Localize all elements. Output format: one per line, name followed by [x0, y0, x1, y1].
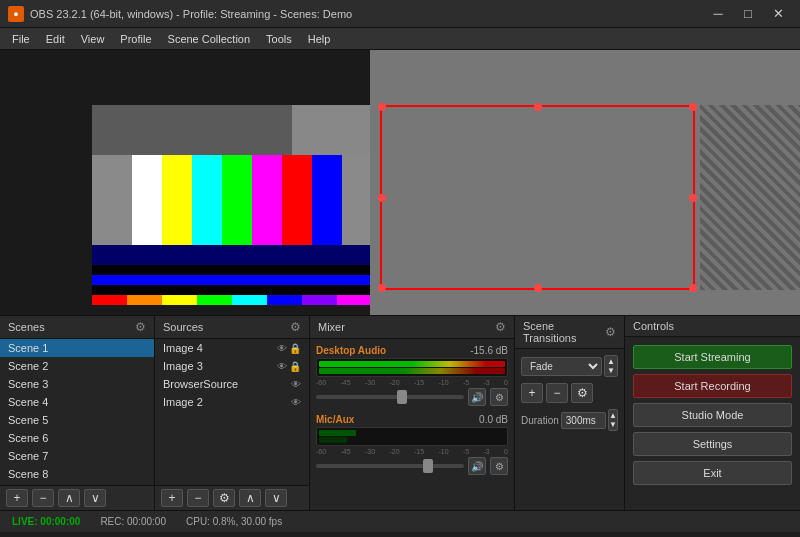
sources-settings-button[interactable]: ⚙: [213, 489, 235, 507]
sources-down-button[interactable]: ∨: [265, 489, 287, 507]
source-item[interactable]: Image 4 👁 🔒: [155, 339, 309, 357]
controls-header: Controls: [625, 316, 800, 337]
duration-spin-button[interactable]: ▲▼: [608, 409, 618, 431]
sources-config-icon[interactable]: ⚙: [290, 320, 301, 334]
mic-aux-label: Mic/Aux: [316, 414, 354, 425]
transitions-config-icon[interactable]: ⚙: [605, 325, 616, 339]
scene-item[interactable]: Scene 8: [0, 465, 154, 483]
sources-panel: Sources ⚙ Image 4 👁 🔒 Image 3 👁 🔒 Browse…: [155, 316, 310, 510]
transition-select-row: Fade ▲▼: [521, 355, 618, 377]
scenes-config-icon[interactable]: ⚙: [135, 320, 146, 334]
desktop-audio-db: -15.6 dB: [470, 345, 508, 356]
studio-mode-button[interactable]: Studio Mode: [633, 403, 792, 427]
scenes-down-button[interactable]: ∨: [84, 489, 106, 507]
source-item[interactable]: Image 3 👁 🔒: [155, 357, 309, 375]
handle-mr[interactable]: [689, 194, 697, 202]
svg-rect-19: [302, 295, 337, 305]
meter-scale: -60-45-30-20-15-10-5-30: [316, 379, 508, 386]
handle-tr[interactable]: [689, 103, 697, 111]
mixer-track-name-row: Desktop Audio -15.6 dB: [316, 345, 508, 356]
scenes-up-button[interactable]: ∧: [58, 489, 80, 507]
transition-select[interactable]: Fade: [521, 357, 602, 376]
duration-input[interactable]: [561, 412, 606, 429]
cpu-status: CPU: 0.8%, 30.00 fps: [186, 516, 282, 527]
settings-button[interactable]: Settings: [633, 432, 792, 456]
menu-profile[interactable]: Profile: [112, 31, 159, 47]
scene-item[interactable]: Scene 3: [0, 375, 154, 393]
transition-spin-button[interactable]: ▲▼: [604, 355, 618, 377]
menu-view[interactable]: View: [73, 31, 113, 47]
start-streaming-button[interactable]: Start Streaming: [633, 345, 792, 369]
scenes-list: Scene 1 Scene 2 Scene 3 Scene 4 Scene 5 …: [0, 339, 154, 485]
mic-settings-button[interactable]: ⚙: [490, 457, 508, 475]
menu-scene-collection[interactable]: Scene Collection: [160, 31, 259, 47]
handle-tl[interactable]: [378, 103, 386, 111]
mixer-title: Mixer: [318, 321, 345, 333]
svg-rect-20: [337, 295, 370, 305]
exit-button[interactable]: Exit: [633, 461, 792, 485]
source-icons: 👁 🔒: [277, 343, 301, 354]
lock-icon[interactable]: 🔒: [289, 361, 301, 372]
mixer-panel: Mixer ⚙ Desktop Audio -15.6 dB -60-45-30…: [310, 316, 515, 510]
handle-bm[interactable]: [534, 284, 542, 292]
live-status: LIVE: 00:00:00: [12, 516, 80, 527]
desktop-fader[interactable]: [316, 395, 464, 399]
sources-add-button[interactable]: +: [161, 489, 183, 507]
close-button[interactable]: ✕: [764, 4, 792, 24]
source-item[interactable]: Image 2 👁: [155, 393, 309, 411]
source-icons: 👁 🔒: [277, 361, 301, 372]
handle-tm[interactable]: [534, 103, 542, 111]
menu-file[interactable]: File: [4, 31, 38, 47]
svg-rect-3: [192, 155, 222, 245]
duration-label: Duration: [521, 415, 559, 426]
mic-mute-button[interactable]: 🔊: [468, 457, 486, 475]
sources-up-button[interactable]: ∧: [239, 489, 261, 507]
scene-item[interactable]: Scene 2: [0, 357, 154, 375]
selection-box[interactable]: [380, 105, 695, 290]
visibility-icon[interactable]: 👁: [277, 361, 287, 372]
svg-rect-5: [252, 155, 282, 245]
sources-remove-button[interactable]: −: [187, 489, 209, 507]
transition-remove-button[interactable]: −: [546, 383, 568, 403]
transition-add-button[interactable]: +: [521, 383, 543, 403]
mixer-content: Desktop Audio -15.6 dB -60-45-30-20-15-1…: [310, 339, 514, 510]
scenes-remove-button[interactable]: −: [32, 489, 54, 507]
scene-item[interactable]: Scene 6: [0, 429, 154, 447]
minimize-button[interactable]: ─: [704, 4, 732, 24]
scene-item[interactable]: Scene 5: [0, 411, 154, 429]
scene-item[interactable]: Scene 1: [0, 339, 154, 357]
desktop-mute-button[interactable]: 🔊: [468, 388, 486, 406]
menu-edit[interactable]: Edit: [38, 31, 73, 47]
visibility-icon[interactable]: 👁: [291, 379, 301, 390]
handle-br[interactable]: [689, 284, 697, 292]
transitions-panel: Scene Transitions ⚙ Fade ▲▼ + − ⚙ Durati…: [515, 316, 625, 510]
mixer-config-icon[interactable]: ⚙: [495, 320, 506, 334]
scene-item[interactable]: Scene 7: [0, 447, 154, 465]
source-item[interactable]: BrowserSource 👁: [155, 375, 309, 393]
sources-list: Image 4 👁 🔒 Image 3 👁 🔒 BrowserSource 👁: [155, 339, 309, 485]
scene-item[interactable]: Scene 4: [0, 393, 154, 411]
mixer-header: Mixer ⚙: [310, 316, 514, 339]
maximize-button[interactable]: □: [734, 4, 762, 24]
mic-fader[interactable]: [316, 464, 464, 468]
scenes-header: Scenes ⚙: [0, 316, 154, 339]
svg-rect-17: [232, 295, 267, 305]
menu-tools[interactable]: Tools: [258, 31, 300, 47]
meter-scale2: -60-45-30-20-15-10-5-30: [316, 448, 508, 455]
lock-icon[interactable]: 🔒: [289, 343, 301, 354]
desktop-settings-button[interactable]: ⚙: [490, 388, 508, 406]
scenes-add-button[interactable]: +: [6, 489, 28, 507]
scenes-panel: Scenes ⚙ Scene 1 Scene 2 Scene 3 Scene 4…: [0, 316, 155, 510]
handle-bl[interactable]: [378, 284, 386, 292]
start-recording-button[interactable]: Start Recording: [633, 374, 792, 398]
visibility-icon[interactable]: 👁: [277, 343, 287, 354]
handle-ml[interactable]: [378, 194, 386, 202]
transition-config-button[interactable]: ⚙: [571, 383, 593, 403]
svg-rect-2: [162, 155, 192, 245]
scenes-toolbar: + − ∧ ∨: [0, 485, 154, 510]
visibility-icon[interactable]: 👁: [291, 397, 301, 408]
svg-rect-22: [292, 105, 370, 155]
svg-rect-1: [132, 155, 162, 245]
sources-title: Sources: [163, 321, 203, 333]
menu-help[interactable]: Help: [300, 31, 339, 47]
